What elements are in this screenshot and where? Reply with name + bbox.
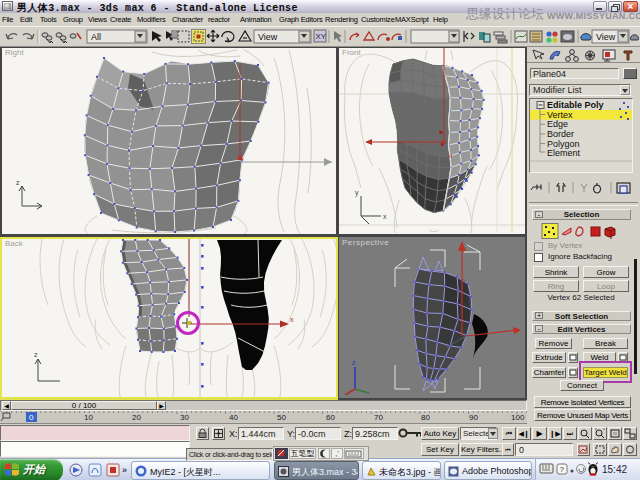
svg-text:80: 80 [421,413,430,422]
svg-text:z: z [352,359,356,366]
svg-text:View: View [258,32,278,42]
svg-text:20: 20 [132,413,141,422]
svg-text:10: 10 [84,413,93,422]
svg-text:30: 30 [180,413,189,422]
svg-text:x: x [383,213,387,220]
svg-text:?: ? [560,465,565,474]
svg-text:x: x [290,316,294,323]
svg-text:All: All [91,32,101,42]
svg-text:0: 0 [29,413,34,422]
svg-text:y: y [355,189,359,197]
svg-text:z: z [16,179,20,186]
svg-text:Polygon: Polygon [547,139,580,149]
svg-text:Editable Poly: Editable Poly [547,100,604,110]
svg-text:90: 90 [469,413,478,422]
svg-text:Vertex: Vertex [547,110,573,120]
svg-text:Element: Element [547,148,581,158]
svg-text:Edge: Edge [547,119,568,129]
svg-text:50: 50 [277,413,286,422]
svg-text:70: 70 [374,413,383,422]
svg-text:100: 100 [511,413,525,422]
svg-text:60: 60 [326,413,335,422]
svg-text:40: 40 [229,413,238,422]
svg-text:z: z [34,351,38,358]
svg-text:XY: XY [316,32,327,41]
svg-text:View: View [596,32,616,42]
svg-text:Border: Border [547,129,574,139]
